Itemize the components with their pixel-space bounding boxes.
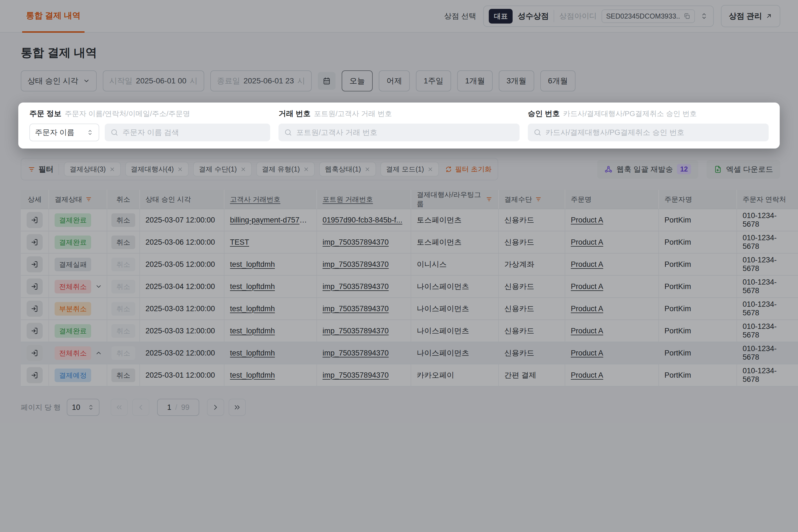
- column-header[interactable]: 주문자명: [659, 190, 737, 209]
- cancel-button[interactable]: 취소: [111, 213, 135, 227]
- detail-button[interactable]: [26, 234, 43, 250]
- store-selector[interactable]: 대표 성수상점 상점아이디 SED02345DCOM3933..: [483, 5, 714, 27]
- filter-chip[interactable]: 결제 모드(1): [380, 162, 439, 176]
- filter-chip[interactable]: 결제상태(3): [64, 162, 121, 176]
- funnel-icon[interactable]: [85, 196, 92, 203]
- close-icon[interactable]: [427, 166, 433, 172]
- merchant-tx-link[interactable]: test_lopftdmh: [230, 305, 275, 313]
- store-id-box[interactable]: SED02345DCOM3933..: [602, 10, 695, 23]
- funnel-icon[interactable]: [486, 196, 493, 203]
- filter-chip[interactable]: 결제 수단(1): [193, 162, 252, 176]
- next-page-button[interactable]: [207, 399, 224, 416]
- filter-chip[interactable]: 결제대행사(4): [125, 162, 189, 176]
- close-icon[interactable]: [177, 166, 183, 172]
- time-type-select[interactable]: 상태 승인 시각: [21, 70, 97, 92]
- close-icon[interactable]: [364, 166, 370, 172]
- detail-button[interactable]: [26, 301, 43, 317]
- merchant-tx-link[interactable]: billing-payment-d757dc...: [230, 216, 311, 225]
- detail-button[interactable]: [26, 256, 43, 272]
- order-name-link[interactable]: Product A: [571, 371, 603, 380]
- funnel-icon[interactable]: [535, 196, 542, 203]
- portone-tx-link[interactable]: imp_750357894370: [323, 260, 389, 269]
- order-name-link[interactable]: Product A: [571, 260, 603, 269]
- order-search-field-select[interactable]: 주문자 이름: [30, 124, 99, 141]
- portone-tx-link[interactable]: imp_750357894370: [323, 327, 389, 335]
- order-name-cell: Product A: [565, 364, 659, 386]
- chevron-down-icon[interactable]: [95, 283, 102, 290]
- method-cell: 신용카드: [499, 276, 565, 298]
- portone-tx-link[interactable]: 01957d90-fcb3-845b-f...: [323, 216, 402, 225]
- merchant-tx-link[interactable]: TEST: [230, 238, 249, 247]
- quick-range-button[interactable]: 6개월: [540, 70, 576, 92]
- webhook-resend-button[interactable]: 웹훅 일괄 재발송 12: [597, 160, 699, 179]
- cancel-button[interactable]: 취소: [111, 368, 135, 382]
- portone-tx-link[interactable]: imp_750357894370: [323, 371, 389, 380]
- order-name-link[interactable]: Product A: [571, 238, 603, 247]
- detail-button[interactable]: [26, 345, 43, 361]
- column-header[interactable]: 상태 승인 시각: [140, 190, 225, 209]
- detail-button[interactable]: [26, 323, 43, 339]
- merchant-tx-link[interactable]: test_lopftdmh: [230, 327, 275, 335]
- merchant-tx-link[interactable]: test_lopftdmh: [230, 282, 275, 291]
- column-header[interactable]: 결제수단: [499, 190, 565, 209]
- filter-button[interactable]: 필터: [27, 164, 54, 174]
- quick-range-button[interactable]: 1주일: [416, 70, 451, 92]
- end-date-input[interactable]: 종료일 2025-06-01 23 시: [210, 70, 312, 92]
- column-header[interactable]: 취소: [107, 190, 140, 209]
- column-header[interactable]: 주문자 연락처: [737, 190, 798, 209]
- order-name-link[interactable]: Product A: [571, 327, 603, 335]
- portone-tx-link[interactable]: imp_750357894370: [323, 282, 389, 291]
- copy-icon[interactable]: [683, 13, 690, 20]
- status-cell: 전체취소: [49, 342, 107, 364]
- order-name-link[interactable]: Product A: [571, 216, 603, 225]
- time-cell: 2025-03-01 12:00:00: [140, 364, 225, 386]
- filter-reset-button[interactable]: 필터 초기화: [445, 165, 492, 174]
- portone-tx-link[interactable]: imp_750357894370: [323, 305, 389, 313]
- quick-range-button[interactable]: 3개월: [499, 70, 534, 92]
- filter-chip[interactable]: 웹훅상태(1): [319, 162, 376, 176]
- portone-tx-link[interactable]: imp_750357894370: [323, 238, 389, 247]
- cancel-button[interactable]: 취소: [111, 235, 135, 249]
- detail-button[interactable]: [26, 279, 43, 294]
- approval-number-input[interactable]: 카드사/결제대행사/PG결제취소 승인 번호: [528, 124, 768, 141]
- prev-page-button[interactable]: [132, 399, 149, 416]
- store-manage-button[interactable]: 상점 관리: [721, 5, 780, 27]
- tx-number-input[interactable]: 포트원/고객사 거래 번호: [279, 124, 519, 141]
- filter-chip[interactable]: 결제 유형(1): [256, 162, 315, 176]
- merchant-tx-link[interactable]: test_lopftdmh: [230, 371, 275, 380]
- quick-range-button[interactable]: 오늘: [342, 70, 373, 92]
- portone-tx-link[interactable]: imp_750357894370: [323, 349, 389, 358]
- quick-range-button[interactable]: 1개월: [457, 70, 493, 92]
- column-header[interactable]: 결제대행사/라우팅그룹: [411, 190, 499, 209]
- quick-range-button[interactable]: 어제: [379, 70, 410, 92]
- order-name-link[interactable]: Product A: [571, 349, 603, 358]
- order-name-link[interactable]: Product A: [571, 305, 603, 313]
- end-date-suffix: 시: [297, 76, 305, 86]
- column-header[interactable]: 주문명: [565, 190, 659, 209]
- close-icon[interactable]: [240, 166, 246, 172]
- section-title: 주문 정보: [30, 109, 61, 119]
- order-search-placeholder: 주문자 이름 검색: [122, 128, 179, 137]
- tab-integrated-payments[interactable]: 통합 결제 내역: [22, 0, 84, 33]
- first-page-button[interactable]: [111, 399, 128, 416]
- column-header[interactable]: 포트원 거래번호: [317, 190, 411, 209]
- detail-button[interactable]: [26, 212, 43, 228]
- chevron-up-icon[interactable]: [95, 349, 102, 357]
- column-header[interactable]: 결제상태: [49, 190, 107, 209]
- section-desc: 주문자 이름/연락처/이메일/주소/주문명: [65, 109, 190, 119]
- rows-per-page-select[interactable]: 10: [67, 399, 99, 416]
- calendar-button[interactable]: [318, 72, 336, 90]
- detail-button[interactable]: [26, 367, 43, 383]
- order-search-input[interactable]: 주문자 이름 검색: [105, 124, 270, 141]
- excel-download-button[interactable]: 엑셀 다운로드: [706, 160, 780, 179]
- order-name-link[interactable]: Product A: [571, 282, 603, 291]
- merchant-tx-link[interactable]: test_lopftdmh: [230, 349, 275, 358]
- last-page-button[interactable]: [229, 399, 246, 416]
- close-icon[interactable]: [109, 166, 115, 172]
- close-icon[interactable]: [303, 166, 309, 172]
- column-header[interactable]: 고객사 거래번호: [225, 190, 317, 209]
- merchant-tx-link[interactable]: test_lopftdmh: [230, 260, 275, 269]
- start-date-input[interactable]: 시작일 2025-06-01 00 시: [103, 70, 204, 92]
- page-indicator[interactable]: 1 / 99: [157, 399, 199, 416]
- column-header[interactable]: 상세: [21, 190, 49, 209]
